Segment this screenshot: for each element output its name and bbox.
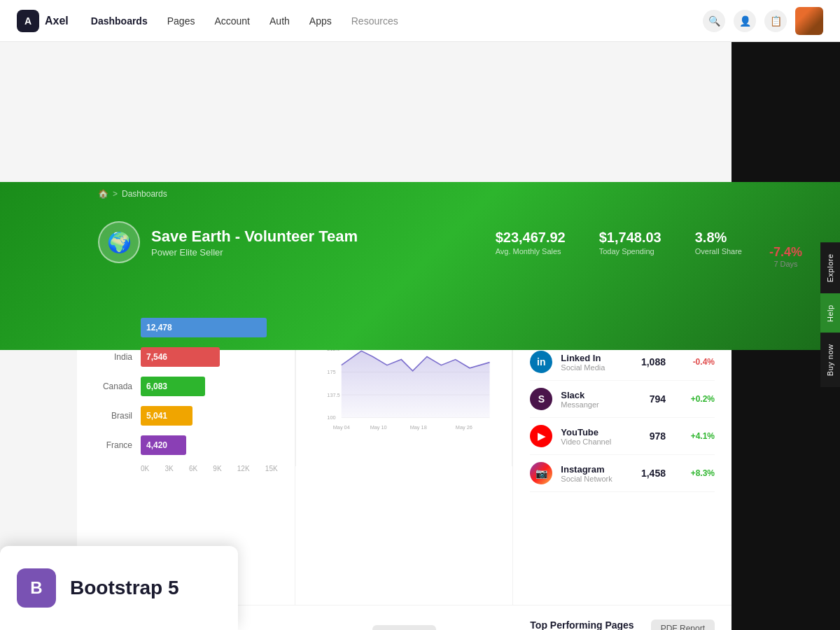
- pdf-report-button-pages[interactable]: PDF Report: [651, 620, 715, 630]
- bootstrap-text: Bootstrap 5: [70, 577, 179, 599]
- nav-account[interactable]: Account: [214, 15, 250, 27]
- bar-fill-france: 4,420: [141, 435, 186, 455]
- social-row-youtube: ▶ YouTube Video Channel 978 +4.1%: [530, 418, 715, 455]
- axis-6k: 6K: [189, 465, 197, 472]
- search-button[interactable]: 🔍: [703, 10, 725, 32]
- slack-name: Slack: [561, 390, 622, 400]
- axis-15k: 15K: [265, 465, 278, 472]
- bar-track-france: 4,420: [141, 435, 278, 455]
- social-row-slack: S Slack Messanger 794 +0.2%: [530, 381, 715, 418]
- pdf-section-center: PDF Report: [295, 606, 514, 630]
- home-icon[interactable]: 🏠: [98, 189, 108, 199]
- bar-row-france: France 4,420: [94, 435, 278, 455]
- linkedin-info: Linked In Social Media: [561, 353, 622, 372]
- brand-name: Axel: [45, 15, 69, 27]
- today-spending-label: Today Spending: [599, 247, 662, 255]
- linkedin-change: -0.4%: [680, 357, 715, 367]
- social-row-instagram: 📷 Instagram Social Network 1,458 +8.3%: [530, 455, 715, 492]
- monthly-sales-label: Avg. Monthly Sales: [496, 247, 566, 255]
- bar-label-canada: Canada: [94, 382, 132, 391]
- nav-dashboards[interactable]: Dashboards: [91, 15, 148, 27]
- bar-axis: 0K 3K 6K 9K 12K 15K: [94, 465, 278, 472]
- brand[interactable]: A Axel: [17, 10, 69, 32]
- monthly-sales-value: $23,467.92: [496, 230, 566, 246]
- linkedin-type: Social Media: [561, 363, 622, 372]
- navbar-right: 🔍 👤 📋: [703, 7, 823, 35]
- hero-stat-monthly: $23,467.92 Avg. Monthly Sales: [496, 230, 566, 255]
- performing-pages-section: Top Performing Pages Counted in Millions…: [513, 606, 732, 630]
- bootstrap-icon: B: [17, 568, 56, 608]
- youtube-icon: ▶: [530, 425, 552, 447]
- nav-auth[interactable]: Auth: [270, 15, 290, 27]
- hero-stat-today: $1,748.03 Today Spending: [599, 230, 662, 255]
- bar-track-india: 7,546: [141, 347, 278, 367]
- explore-button[interactable]: Explore: [820, 242, 840, 293]
- linkedin-count: 1,088: [631, 356, 666, 368]
- youtube-count: 978: [631, 430, 666, 442]
- svg-text:100: 100: [327, 414, 335, 421]
- bar-row-india: India 7,546: [94, 347, 278, 367]
- bar-label-france: France: [94, 440, 132, 450]
- hero-text: Save Earth - Volunteer Team Power Elite …: [151, 227, 484, 258]
- brand-icon: A: [17, 10, 39, 32]
- axis-9k: 9K: [213, 465, 221, 472]
- help-button[interactable]: Help: [820, 293, 840, 333]
- buy-now-button[interactable]: Buy now: [820, 333, 840, 388]
- slack-info: Slack Messanger: [561, 390, 622, 409]
- youtube-change: +4.1%: [680, 431, 715, 441]
- hero-title: Save Earth - Volunteer Team: [151, 227, 484, 246]
- youtube-type: Video Channel: [561, 438, 622, 446]
- today-spending-value: $1,748.03: [599, 230, 662, 246]
- youtube-info: YouTube Video Channel: [561, 427, 622, 446]
- navbar: A Axel Dashboards Pages Account Auth App…: [0, 0, 840, 42]
- breadcrumb-current: Dashboards: [122, 189, 167, 199]
- breadcrumb-separator: >: [113, 189, 118, 199]
- bootstrap-overlay: B Bootstrap 5: [0, 546, 238, 630]
- svg-text:May 18: May 18: [410, 424, 426, 430]
- bar-fill-usa: 12,478: [141, 318, 267, 337]
- nav-resources[interactable]: Resources: [351, 15, 398, 27]
- slack-count: 794: [631, 393, 666, 405]
- bar-fill-brasil: 5,041: [141, 406, 192, 426]
- svg-text:May 10: May 10: [370, 424, 386, 430]
- slack-icon: S: [530, 388, 552, 410]
- right-sidebar: Explore Help Buy now: [820, 242, 840, 387]
- instagram-type: Social Network: [561, 475, 622, 483]
- nav-apps[interactable]: Apps: [309, 15, 332, 27]
- axis-0k: 0K: [141, 465, 149, 472]
- nav-links: Dashboards Pages Account Auth Apps Resou…: [91, 15, 703, 27]
- youtube-name: YouTube: [561, 427, 622, 438]
- nav-pages[interactable]: Pages: [167, 15, 195, 27]
- bar-row-canada: Canada 6,083: [94, 377, 278, 396]
- slack-type: Messanger: [561, 400, 622, 409]
- linkedin-name: Linked In: [561, 353, 622, 363]
- messages-button[interactable]: 📋: [764, 10, 787, 32]
- bar-label-brasil: Brasil: [94, 411, 132, 421]
- notifications-button[interactable]: 👤: [734, 10, 756, 32]
- hero-logo: 🌍: [98, 221, 140, 263]
- bar-track-brasil: 5,041: [141, 406, 278, 426]
- bar-fill-canada: 6,083: [141, 377, 205, 396]
- line-fill: [341, 351, 489, 417]
- instagram-icon: 📷: [530, 462, 552, 484]
- slack-change: +0.2%: [680, 394, 715, 404]
- svg-text:137.5: 137.5: [327, 392, 340, 398]
- instagram-name: Instagram: [561, 464, 622, 475]
- linkedin-icon: in: [530, 351, 552, 373]
- breadcrumb: 🏠 > Dashboards: [0, 182, 840, 199]
- svg-text:May 26: May 26: [456, 424, 472, 430]
- bar-fill-india: 7,546: [141, 347, 220, 367]
- pdf-report-button-center[interactable]: PDF Report: [372, 625, 436, 630]
- hero-content: 🌍 Save Earth - Volunteer Team Power Elit…: [0, 210, 840, 263]
- bar-label-india: India: [94, 352, 132, 362]
- svg-text:May 04: May 04: [332, 424, 349, 430]
- hero-stats: $23,467.92 Avg. Monthly Sales $1,748.03 …: [496, 230, 742, 255]
- instagram-info: Instagram Social Network: [561, 464, 622, 483]
- bar-track-usa: 12,478: [141, 318, 278, 337]
- avatar-image: [795, 7, 823, 35]
- user-avatar[interactable]: [795, 7, 823, 35]
- instagram-change: +8.3%: [680, 468, 715, 478]
- bar-row-brasil: Brasil 5,041: [94, 406, 278, 426]
- axis-3k: 3K: [164, 465, 173, 472]
- hero-subtitle: Power Elite Seller: [151, 247, 484, 258]
